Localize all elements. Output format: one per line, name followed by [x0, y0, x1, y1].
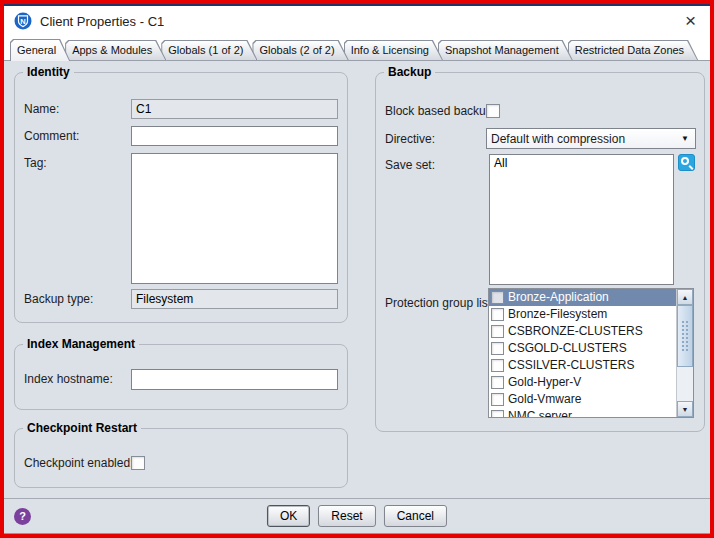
tab-apps-modules[interactable]: Apps & Modules: [65, 40, 166, 60]
scrollbar[interactable]: ▲ ▼: [676, 289, 693, 417]
window-title: Client Properties - C1: [40, 14, 164, 29]
checkpoint-restart-group-title: Checkpoint Restart: [23, 421, 141, 435]
identity-group-title: Identity: [23, 65, 74, 79]
protection-group-label: Gold-Hyper-V: [508, 374, 581, 391]
title-bar: N Client Properties - C1 ×: [4, 4, 710, 36]
tag-label: Tag:: [24, 153, 47, 173]
scrollbar-down-button[interactable]: ▼: [677, 401, 693, 417]
backup-type-field[interactable]: [131, 289, 338, 309]
protection-group-checkbox[interactable]: [491, 376, 504, 389]
tab-label: Globals (2 of 2): [259, 44, 334, 56]
protection-group-row[interactable]: NMC server: [489, 408, 676, 417]
backup-group: Backup Block based backup: Directive: De…: [375, 72, 705, 432]
tab-snapshot-management[interactable]: Snapshot Management: [438, 40, 573, 60]
cancel-button[interactable]: Cancel: [384, 505, 447, 527]
tab-restricted-data-zones[interactable]: Restricted Data Zones: [568, 40, 698, 60]
protection-group-checkbox[interactable]: [491, 308, 504, 321]
protection-group-row[interactable]: CSBRONZE-CLUSTERS: [489, 323, 676, 340]
search-icon: [681, 157, 689, 165]
protection-group-label: NMC server: [508, 408, 572, 417]
scrollbar-thumb[interactable]: [677, 305, 693, 367]
protection-group-row[interactable]: Bronze-Application: [489, 289, 676, 306]
protection-group-checkbox[interactable]: [491, 342, 504, 355]
name-field[interactable]: [131, 99, 338, 119]
tab-label: Globals (1 of 2): [168, 44, 243, 56]
block-based-backup-checkbox[interactable]: [486, 104, 500, 118]
directive-label: Directive:: [385, 129, 435, 149]
tab-label: Restricted Data Zones: [575, 44, 684, 56]
protection-group-row[interactable]: CSGOLD-CLUSTERS: [489, 340, 676, 357]
index-hostname-field[interactable]: [131, 369, 338, 390]
protection-group-row[interactable]: Bronze-Filesystem: [489, 306, 676, 323]
protection-group-row[interactable]: CSSILVER-CLUSTERS: [489, 357, 676, 374]
save-set-field[interactable]: All: [489, 154, 674, 285]
protection-group-label: CSGOLD-CLUSTERS: [508, 340, 627, 357]
protection-group-checkbox[interactable]: [491, 410, 504, 417]
backup-type-label: Backup type:: [24, 289, 93, 309]
protection-group-list-label: Protection group list:: [385, 293, 494, 313]
save-set-search-button[interactable]: [678, 154, 695, 171]
protection-group-checkbox[interactable]: [491, 359, 504, 372]
backup-group-title: Backup: [384, 65, 435, 79]
protection-group-checkbox[interactable]: [491, 325, 504, 338]
scrollbar-up-button[interactable]: ▲: [677, 289, 693, 305]
tab-label: Apps & Modules: [72, 44, 152, 56]
protection-group-checkbox[interactable]: [491, 291, 504, 304]
checkpoint-restart-group: Checkpoint Restart Checkpoint enabled:: [14, 428, 348, 488]
index-hostname-label: Index hostname:: [24, 369, 113, 389]
tab-info-licensing[interactable]: Info & Licensing: [344, 40, 443, 60]
tab-general[interactable]: General: [10, 39, 70, 61]
tab-globals-1[interactable]: Globals (1 of 2): [161, 40, 257, 60]
button-group: OK Reset Cancel: [267, 505, 447, 527]
protection-group-label: CSBRONZE-CLUSTERS: [508, 323, 643, 340]
chevron-down-icon: ▼: [681, 134, 689, 143]
tag-field[interactable]: [131, 153, 338, 284]
footer-bar: ? OK Reset Cancel: [4, 498, 710, 534]
protection-group-label: CSSILVER-CLUSTERS: [508, 357, 634, 374]
comment-label: Comment:: [24, 126, 79, 146]
protection-group-label: Bronze-Application: [508, 289, 609, 306]
tab-globals-2[interactable]: Globals (2 of 2): [252, 40, 348, 60]
protection-group-checkbox[interactable]: [491, 393, 504, 406]
networker-shield-icon: N: [14, 12, 32, 30]
close-icon[interactable]: ×: [681, 13, 700, 29]
reset-button[interactable]: Reset: [318, 505, 375, 527]
directive-dropdown[interactable]: Default with compression ▼: [486, 128, 696, 149]
name-label: Name:: [24, 99, 59, 119]
ok-button[interactable]: OK: [267, 505, 310, 527]
tab-strip: General Apps & Modules Globals (1 of 2) …: [4, 36, 710, 61]
checkpoint-enabled-checkbox[interactable]: [131, 456, 145, 470]
block-based-backup-label: Block based backup:: [385, 101, 496, 121]
identity-group: Identity Name: Comment: Tag: Backup type…: [14, 72, 348, 323]
tab-label: General: [17, 44, 56, 56]
index-management-group: Index Management Index hostname:: [14, 344, 348, 410]
svg-text:N: N: [20, 17, 25, 26]
protection-group-row[interactable]: Gold-Vmware: [489, 391, 676, 408]
index-management-group-title: Index Management: [23, 337, 139, 351]
save-set-label: Save set:: [385, 155, 435, 175]
directive-value: Default with compression: [491, 132, 675, 146]
tab-label: Snapshot Management: [445, 44, 559, 56]
protection-group-rows: Bronze-Application Bronze-Filesystem CSB…: [489, 289, 676, 417]
comment-field[interactable]: [131, 126, 338, 146]
help-icon[interactable]: ?: [14, 508, 31, 525]
protection-group-label: Gold-Vmware: [508, 391, 581, 408]
checkpoint-enabled-label: Checkpoint enabled:: [24, 453, 133, 473]
tab-label: Info & Licensing: [351, 44, 429, 56]
protection-group-row[interactable]: Gold-Hyper-V: [489, 374, 676, 391]
client-properties-dialog: N Client Properties - C1 × General Apps …: [0, 0, 714, 538]
protection-group-label: Bronze-Filesystem: [508, 306, 607, 323]
protection-group-list: Bronze-Application Bronze-Filesystem CSB…: [488, 288, 694, 418]
